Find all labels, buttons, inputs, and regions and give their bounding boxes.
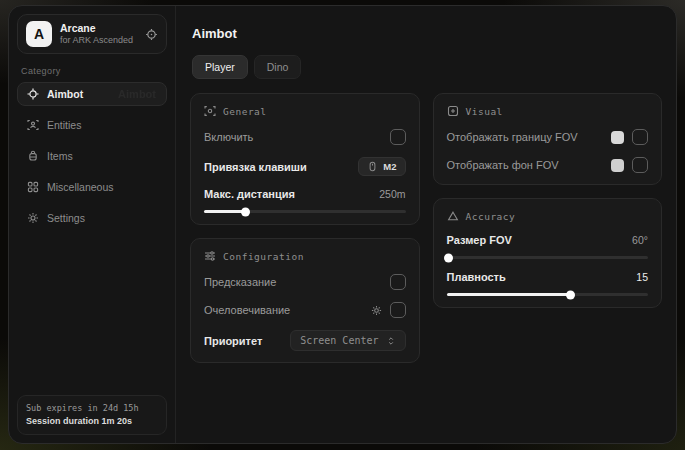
fov-background-checkbox[interactable] — [632, 157, 648, 173]
card-title: Accuracy — [466, 211, 516, 222]
target-icon[interactable] — [145, 28, 158, 41]
card-title: Configuration — [223, 251, 304, 262]
general-card: General Включить Привязка клавиши — [190, 93, 420, 225]
fov-border-row: Отображать границу FOV — [447, 129, 649, 145]
prediction-row: Предсказание — [204, 274, 406, 290]
smoothness-value: 15 — [636, 271, 648, 283]
app-window: A Arcane for ARK Ascended Category — [8, 5, 677, 444]
keybind-label: Привязка клавиши — [204, 161, 307, 173]
smoothness-label: Плавность — [447, 271, 506, 283]
tab-bar: Player Dino — [192, 55, 662, 79]
sidebar-item-label: Miscellaneous — [47, 181, 114, 193]
sidebar-item-settings[interactable]: Settings — [17, 206, 167, 230]
fov-border-checkbox[interactable] — [632, 129, 648, 145]
max-distance-slider[interactable] — [204, 210, 406, 213]
sidebar-item-label: Settings — [47, 212, 85, 224]
visual-card-header: Visual — [447, 105, 649, 117]
fov-size-label: Размер FOV — [447, 234, 512, 246]
crosshair-icon — [26, 88, 39, 100]
configuration-card: Configuration Предсказание Очеловечивани… — [190, 238, 420, 363]
humanize-row: Очеловечивание — [204, 302, 406, 318]
tab-dino[interactable]: Dino — [254, 55, 302, 79]
keybind-button[interactable]: M2 — [358, 157, 405, 176]
cards-grid: General Включить Привязка клавиши — [190, 93, 662, 363]
brand-subtitle: for ARK Ascended — [60, 35, 137, 46]
brand-logo: A — [26, 21, 52, 47]
enable-label: Включить — [204, 131, 253, 143]
keybind-value: M2 — [383, 161, 396, 172]
sub-expires-text: Sub expires in 24d 15h — [26, 402, 158, 415]
priority-row: Приоритет Screen Center — [204, 330, 406, 351]
slider-handle[interactable] — [241, 207, 250, 216]
max-distance-row: Макс. дистанция 250m — [204, 188, 406, 200]
page-title: Aimbot — [192, 26, 662, 41]
subscription-status: Sub expires in 24d 15h Session duration … — [17, 395, 167, 435]
mouse-icon — [367, 161, 378, 172]
smoothness-row: Плавность 15 — [447, 271, 649, 283]
slider-fill — [447, 293, 572, 296]
card-title: Visual — [466, 106, 503, 117]
slider-fill — [204, 210, 246, 213]
prediction-checkbox[interactable] — [390, 274, 406, 290]
gear-icon[interactable] — [371, 305, 382, 316]
fov-size-value: 60° — [632, 234, 648, 246]
sidebar-item-items[interactable]: Items — [17, 144, 167, 168]
right-column: Visual Отображать границу FOV Отображать… — [433, 93, 663, 308]
enable-row: Включить — [204, 129, 406, 145]
sidebar-item-miscellaneous[interactable]: Miscellaneous — [17, 175, 167, 199]
prediction-label: Предсказание — [204, 276, 276, 288]
main-content: Aimbot Player Dino General — [176, 6, 676, 443]
priority-value: Screen Center — [300, 335, 378, 346]
image-icon — [447, 105, 459, 117]
backpack-icon — [26, 150, 39, 162]
slider-handle[interactable] — [444, 253, 453, 262]
sidebar-item-aimbot[interactable]: Aimbot Aimbot — [17, 82, 167, 106]
general-card-header: General — [204, 105, 406, 117]
sidebar-item-label: Entities — [47, 119, 81, 131]
visual-card: Visual Отображать границу FOV Отображать… — [433, 93, 663, 185]
humanize-label: Очеловечивание — [204, 304, 290, 316]
session-duration-text: Session duration 1m 20s — [26, 415, 158, 429]
unfold-icon — [386, 336, 396, 346]
humanize-checkbox[interactable] — [390, 302, 406, 318]
grid-icon — [26, 181, 39, 193]
sidebar-item-label: Items — [47, 150, 73, 162]
sidebar-item-label: Aimbot — [47, 88, 83, 100]
accuracy-card: Accuracy Размер FOV 60° Плавность 15 — [433, 198, 663, 308]
fov-background-row: Отображать фон FOV — [447, 157, 649, 173]
brand-name: Arcane — [60, 22, 137, 35]
sliders-icon — [204, 250, 216, 262]
fov-background-controls — [611, 157, 648, 173]
fov-size-row: Размер FOV 60° — [447, 234, 649, 246]
color-swatch[interactable] — [611, 159, 624, 172]
fov-border-label: Отображать границу FOV — [447, 131, 578, 143]
gear-icon — [26, 212, 39, 224]
priority-select[interactable]: Screen Center — [290, 330, 405, 351]
smoothness-slider[interactable] — [447, 293, 649, 296]
person-scan-icon — [26, 119, 39, 131]
sidebar-item-entities[interactable]: Entities — [17, 113, 167, 137]
humanize-controls — [371, 302, 406, 318]
accuracy-card-header: Accuracy — [447, 210, 649, 222]
brand-text: Arcane for ARK Ascended — [60, 22, 137, 46]
ghost-echo-text: Aimbot — [118, 88, 156, 100]
tab-player[interactable]: Player — [192, 55, 248, 79]
category-label: Category — [21, 66, 163, 76]
color-swatch[interactable] — [611, 131, 624, 144]
brand-card: A Arcane for ARK Ascended — [17, 14, 167, 54]
left-column: General Включить Привязка клавиши — [190, 93, 420, 363]
priority-label: Приоритет — [204, 335, 262, 347]
enable-checkbox[interactable] — [390, 129, 406, 145]
max-distance-value: 250m — [379, 188, 405, 200]
scan-target-icon — [204, 105, 216, 117]
sidebar-nav: Aimbot Aimbot Entities — [17, 82, 167, 230]
fov-size-slider[interactable] — [447, 256, 649, 259]
configuration-card-header: Configuration — [204, 250, 406, 262]
card-title: General — [223, 106, 267, 117]
slider-handle[interactable] — [566, 290, 575, 299]
keybind-row: Привязка клавиши M2 — [204, 157, 406, 176]
fov-border-controls — [611, 129, 648, 145]
triangle-icon — [447, 210, 459, 222]
slider-fill — [447, 256, 449, 259]
max-distance-label: Макс. дистанция — [204, 188, 295, 200]
